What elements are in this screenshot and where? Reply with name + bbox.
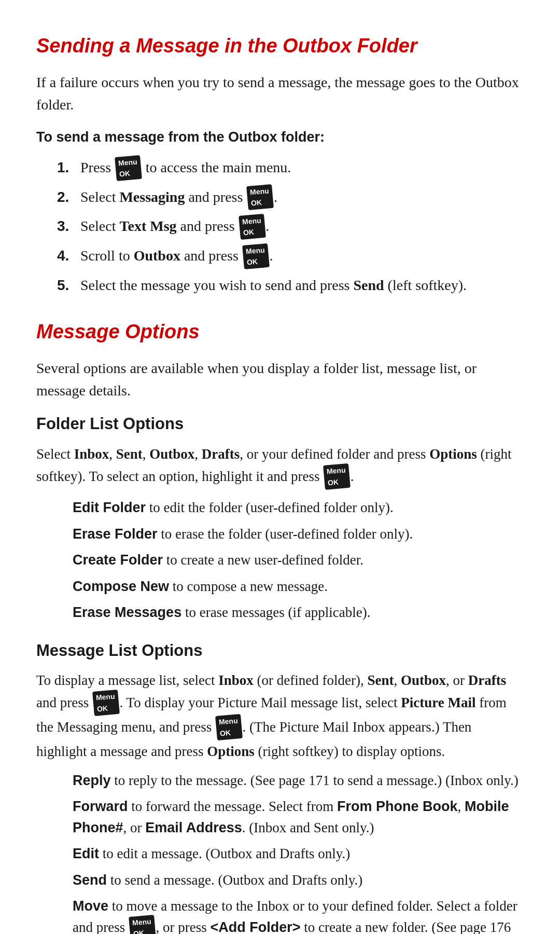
step-2-num: 2. <box>57 186 80 208</box>
option-create-folder: Create Folder to create a new user-defin… <box>73 550 524 571</box>
menu-icon-ml1: MenuOK <box>92 690 120 716</box>
option-send: Send to send a message. (Outbox and Draf… <box>73 870 524 891</box>
section-outbox-intro: If a failure occurs when you try to send… <box>36 71 524 116</box>
option-compose-new: Compose New to compose a new message. <box>73 576 524 597</box>
section-message-options-intro: Several options are available when you d… <box>36 357 524 402</box>
step-5-bold: Send <box>353 277 384 293</box>
inbox-bold: Inbox <box>74 446 109 462</box>
page-wrapper: Sending a Message in the Outbox Folder I… <box>36 31 524 934</box>
ml-sent-bold: Sent <box>367 672 394 688</box>
edit-folder-bold: Edit Folder <box>73 500 146 515</box>
message-list-body: To display a message list, select Inbox … <box>36 670 524 762</box>
ml-pm-bold: Picture Mail <box>401 695 475 710</box>
step-2: 2. Select Messaging and press MenuOK. <box>57 186 524 211</box>
ml-options-bold: Options <box>207 744 255 759</box>
step-4: 4. Scroll to Outbox and press MenuOK. <box>57 245 524 269</box>
erase-folder-bold: Erase Folder <box>73 526 158 542</box>
section-outbox-title: Sending a Message in the Outbox Folder <box>36 31 524 61</box>
option-edit-folder: Edit Folder to edit the folder (user-def… <box>73 497 524 518</box>
section-outbox-subheading: To send a message from the Outbox folder… <box>36 127 524 148</box>
menu-icon-folder: MenuOK <box>323 463 351 490</box>
section-message-options: Message Options Several options are avai… <box>36 317 524 934</box>
menu-icon-move: MenuOK <box>129 915 156 934</box>
step-4-bold: Outbox <box>134 248 180 264</box>
step-2-bold: Messaging <box>119 189 185 205</box>
step-4-num: 4. <box>57 245 80 267</box>
menu-icon-3: MenuOK <box>239 214 265 240</box>
folder-options-list: Edit Folder to edit the folder (user-def… <box>73 497 524 623</box>
add-folder-bold: <Add Folder> <box>211 919 301 934</box>
erase-messages-bold: Erase Messages <box>73 605 181 620</box>
step-3-bold: Text Msg <box>119 218 176 234</box>
step-2-content: Select Messaging and press MenuOK. <box>80 186 524 211</box>
subsection-folder-list: Folder List Options Select Inbox, Sent, … <box>36 412 524 623</box>
subsection-folder-list-title: Folder List Options <box>36 412 524 436</box>
ml-drafts-bold: Drafts <box>468 672 506 688</box>
step-3: 3. Select Text Msg and press MenuOK. <box>57 215 524 240</box>
section-message-options-title: Message Options <box>36 317 524 347</box>
from-phone-book-bold: From Phone Book <box>337 799 458 814</box>
sent-bold: Sent <box>116 446 143 462</box>
step-3-num: 3. <box>57 215 80 237</box>
step-5: 5. Select the message you wish to send a… <box>57 274 524 296</box>
folder-list-body: Select Inbox, Sent, Outbox, Drafts, or y… <box>36 444 524 490</box>
ml-inbox-bold: Inbox <box>218 672 254 688</box>
step-4-content: Scroll to Outbox and press MenuOK. <box>80 245 524 269</box>
outbox-bold: Outbox <box>149 446 194 462</box>
step-1-num: 1. <box>57 157 80 178</box>
message-list-options: Reply to reply to the message. (See page… <box>73 770 524 934</box>
step-1: 1. Press MenuOK to access the main menu. <box>57 157 524 181</box>
send-bold: Send <box>73 872 107 888</box>
step-5-num: 5. <box>57 274 80 296</box>
option-move: Move to move a message to the Inbox or t… <box>73 896 524 934</box>
subsection-message-list: Message List Options To display a messag… <box>36 639 524 934</box>
steps-list: 1. Press MenuOK to access the main menu.… <box>57 157 524 296</box>
menu-icon-1: MenuOK <box>115 155 142 181</box>
create-folder-bold: Create Folder <box>73 552 163 568</box>
ml-outbox-bold: Outbox <box>401 672 446 688</box>
option-forward: Forward to forward the message. Select f… <box>73 796 524 838</box>
menu-icon-ml2: MenuOK <box>215 714 243 740</box>
option-reply: Reply to reply to the message. (See page… <box>73 770 524 791</box>
reply-bold: Reply <box>73 773 111 788</box>
option-erase-messages: Erase Messages to erase messages (if app… <box>73 602 524 623</box>
step-1-content: Press MenuOK to access the main menu. <box>80 157 524 181</box>
edit-bold: Edit <box>73 846 99 861</box>
move-bold: Move <box>73 898 108 914</box>
forward-bold: Forward <box>73 799 128 814</box>
step-5-content: Select the message you wish to send and … <box>80 274 524 296</box>
option-edit: Edit to edit a message. (Outbox and Draf… <box>73 843 524 864</box>
email-address-bold: Email Address <box>145 820 242 835</box>
compose-new-bold: Compose New <box>73 579 169 594</box>
drafts-bold: Drafts <box>202 446 240 462</box>
options-bold: Options <box>429 446 477 462</box>
menu-icon-4: MenuOK <box>242 243 269 269</box>
step-3-content: Select Text Msg and press MenuOK. <box>80 215 524 240</box>
subsection-message-list-title: Message List Options <box>36 639 524 663</box>
option-erase-folder: Erase Folder to erase the folder (user-d… <box>73 524 524 545</box>
section-outbox: Sending a Message in the Outbox Folder I… <box>36 31 524 296</box>
menu-icon-2: MenuOK <box>246 184 273 210</box>
